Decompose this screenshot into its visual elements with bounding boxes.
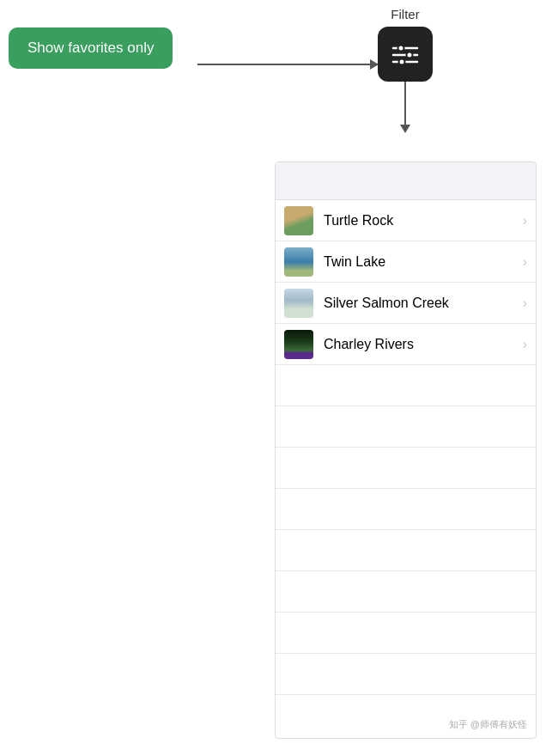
item-name-charley-rivers: Charley Rivers (324, 337, 519, 352)
svg-point-5 (399, 59, 405, 65)
filter-button[interactable] (378, 27, 433, 82)
watermark: 知乎 @师傅有妖怪 (449, 718, 527, 731)
arrow-down (404, 82, 406, 125)
svg-point-1 (398, 46, 404, 52)
list-item[interactable]: Silver Salmon Creek › (276, 283, 536, 324)
empty-row (276, 530, 536, 571)
empty-row (276, 365, 536, 406)
thumbnail-silver-salmon-creek (284, 289, 313, 318)
arrow-to-filter (197, 64, 378, 65)
locations-list-panel: Turtle Rock › Twin Lake › Silver Salmon … (275, 162, 537, 739)
empty-row (276, 489, 536, 530)
item-name-silver-salmon-creek: Silver Salmon Creek (324, 296, 519, 311)
empty-row (276, 448, 536, 489)
chevron-icon: › (523, 213, 527, 229)
thumbnail-turtle-rock (284, 206, 313, 235)
item-name-twin-lake: Twin Lake (324, 254, 519, 270)
filter-sliders-icon (390, 39, 421, 70)
list-item[interactable]: Charley Rivers › (276, 324, 536, 365)
list-item[interactable]: Twin Lake › (276, 241, 536, 283)
favorites-label: Show favorites only (9, 27, 173, 69)
empty-row (276, 613, 536, 654)
chevron-icon: › (523, 337, 527, 352)
empty-row (276, 406, 536, 448)
svg-point-3 (407, 52, 413, 58)
filter-section: Filter (378, 0, 433, 125)
chevron-icon: › (523, 296, 527, 311)
empty-row (276, 571, 536, 613)
empty-row (276, 654, 536, 695)
list-header (276, 162, 536, 200)
chevron-icon: › (523, 254, 527, 270)
list-item[interactable]: Turtle Rock › (276, 200, 536, 241)
thumbnail-charley-rivers (284, 330, 313, 359)
thumbnail-twin-lake (284, 247, 313, 277)
item-name-turtle-rock: Turtle Rock (324, 213, 519, 229)
filter-label: Filter (391, 7, 419, 21)
